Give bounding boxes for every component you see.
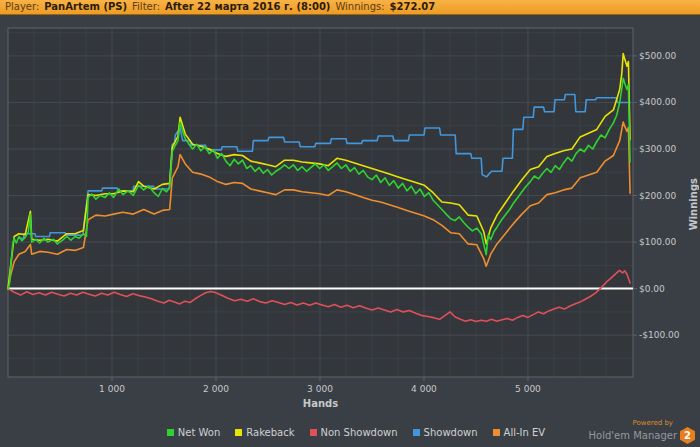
legend-item-allin-ev[interactable]: All-In EV bbox=[493, 427, 546, 438]
player-value: PanArtem (PS) bbox=[44, 0, 127, 14]
brand-name: Hold'em Manager bbox=[589, 430, 677, 441]
showdown-swatch-icon bbox=[413, 429, 420, 436]
hm2-logo-icon: 2 bbox=[680, 427, 695, 444]
legend-label: Net Won bbox=[178, 427, 221, 438]
allin-ev-swatch-icon bbox=[493, 429, 500, 436]
non-showdown-swatch-icon bbox=[310, 429, 317, 436]
y-tick-label: $0.00 bbox=[639, 284, 665, 294]
legend-item-rakeback[interactable]: Rakeback bbox=[235, 427, 294, 438]
legend-item-non-showdown[interactable]: Non Showdown bbox=[310, 427, 398, 438]
y-tick-label: -$100.00 bbox=[639, 330, 680, 340]
x-tick-label: 3 000 bbox=[307, 384, 333, 394]
legend-label: Showdown bbox=[424, 427, 478, 438]
x-axis-title: Hands bbox=[8, 398, 633, 409]
legend-label: All-In EV bbox=[504, 427, 546, 438]
x-tick-label: 5 000 bbox=[515, 384, 541, 394]
legend-item-showdown[interactable]: Showdown bbox=[413, 427, 478, 438]
x-tick-label: 4 000 bbox=[411, 384, 437, 394]
title-bar: Player: PanArtem (PS) Filter: After 22 м… bbox=[0, 0, 700, 15]
player-label: Player: bbox=[5, 0, 39, 14]
legend-item-net-won[interactable]: Net Won bbox=[167, 427, 221, 438]
winnings-value: $272.07 bbox=[390, 0, 436, 14]
app-branding: Powered by Hold'em Manager 2 bbox=[589, 419, 695, 444]
x-tick-label: 1 000 bbox=[99, 384, 125, 394]
x-tick-label: 2 000 bbox=[203, 384, 229, 394]
winnings-label: Winnings: bbox=[335, 0, 384, 14]
powered-by-text: Powered by bbox=[632, 419, 673, 427]
filter-value: After 22 марта 2016 г. (8:00) bbox=[165, 0, 330, 14]
legend-label: Non Showdown bbox=[321, 427, 398, 438]
y-tick-label: $500.00 bbox=[639, 51, 676, 61]
y-tick-label: $300.00 bbox=[639, 144, 676, 154]
y-tick-label: $100.00 bbox=[639, 237, 676, 247]
winnings-chart: 1 0002 0003 0004 0005 000$500.00$400.00$… bbox=[0, 0, 700, 447]
y-axis-title: Winnings bbox=[688, 178, 699, 230]
y-tick-label: $400.00 bbox=[639, 97, 676, 107]
y-tick-label: $200.00 bbox=[639, 191, 676, 201]
legend-label: Rakeback bbox=[246, 427, 294, 438]
net-won-swatch-icon bbox=[167, 429, 174, 436]
filter-label: Filter: bbox=[132, 0, 160, 14]
holdem-manager-graph-window: 1 0002 0003 0004 0005 000$500.00$400.00$… bbox=[0, 0, 700, 447]
rakeback-swatch-icon bbox=[235, 429, 242, 436]
